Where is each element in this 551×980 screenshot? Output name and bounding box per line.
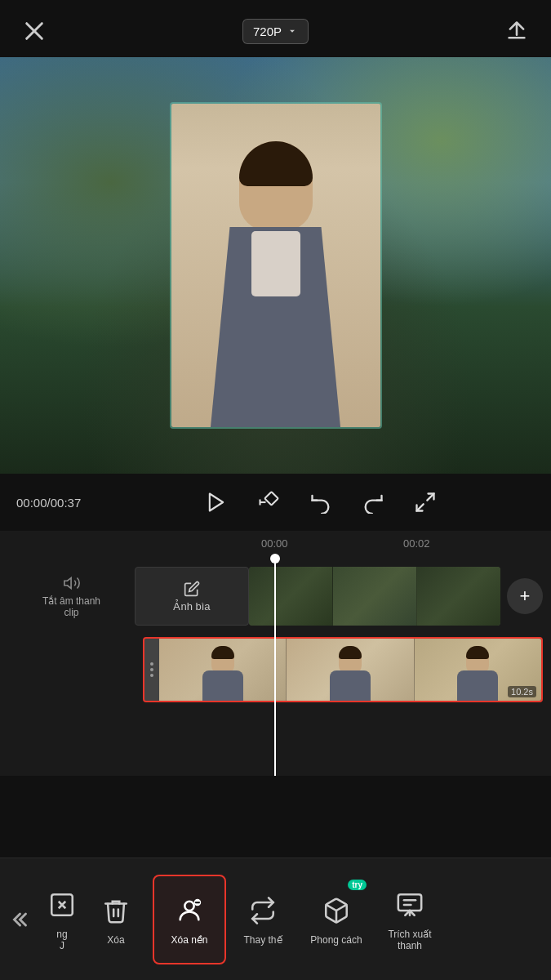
toolbar-item-remove-bg[interactable]: Xóa nền (153, 875, 226, 964)
bottom-toolbar: ngJ Xóa Xóa nền (0, 858, 551, 980)
head (239, 141, 313, 231)
toolbar-item-delete[interactable]: Xóa (79, 875, 153, 964)
handle-dots (150, 662, 153, 677)
track-content: Ảnh bìa + (135, 564, 543, 629)
remove-bg-label: Xóa nền (171, 934, 207, 946)
playhead-indicator (270, 554, 280, 564)
timestamp-0: 00:00 (261, 537, 288, 550)
shirt (251, 231, 300, 296)
clip-handle-left[interactable] (144, 639, 159, 701)
track-label-area: Tắt âm thanhclip (8, 574, 135, 618)
cover-clip-label: Ảnh bìa (173, 600, 210, 612)
track-label: Tắt âm thanhclip (42, 595, 100, 618)
playhead (274, 555, 276, 776)
export-button[interactable] (500, 15, 533, 47)
replace-icon (246, 893, 280, 928)
film-frame (417, 567, 500, 626)
person-remove-icon (172, 893, 207, 928)
style-label: Phong cách (310, 934, 362, 946)
timestamp-2: 00:02 (403, 537, 430, 550)
current-time: 00:00 (16, 496, 47, 510)
time-display: 00:00/00:37 (16, 496, 106, 510)
svg-rect-14 (398, 894, 421, 911)
person-figure (194, 117, 358, 427)
delete-label: Xóa (107, 934, 124, 946)
extract-label: Trích xuấtthanh (388, 929, 431, 951)
undo-button[interactable] (306, 488, 335, 517)
portrait-frames: 10.2s (159, 639, 541, 701)
portrait-thumb-1 (159, 639, 287, 701)
toolbar-item-replace[interactable]: Thay thế (226, 875, 300, 964)
collapse-button[interactable] (0, 897, 45, 942)
film-frame (333, 567, 417, 626)
toolbar-item-style[interactable]: try Phong cách (300, 875, 373, 964)
trash-icon (99, 893, 133, 928)
clip-duration: 10.2s (508, 686, 536, 697)
track-area: Tắt âm thanhclip Ảnh bìa + (0, 555, 551, 776)
play-button[interactable] (202, 488, 231, 517)
resolution-button[interactable]: 720P (242, 19, 309, 44)
extract-icon (393, 888, 427, 922)
controls-bar: 00:00/00:37 (0, 474, 551, 531)
add-clip-button[interactable]: + (507, 578, 543, 614)
portrait-thumb-2 (287, 639, 414, 701)
toolbar-item-extract[interactable]: Trích xuấtthanh (373, 875, 447, 964)
redo-button[interactable] (358, 488, 388, 517)
partial-icon (45, 888, 79, 922)
try-badge: try (348, 880, 367, 890)
keyframe-button[interactable] (254, 488, 283, 517)
portrait-track[interactable]: 10.2s (143, 637, 543, 702)
svg-point-10 (184, 901, 193, 910)
svg-line-7 (416, 504, 423, 510)
timeline-area: 00:00 00:02 Tắt âm thanhclip (0, 531, 551, 776)
portrait-thumb-3: 10.2s (415, 639, 541, 701)
hair (239, 141, 313, 186)
header: 720P (0, 0, 551, 56)
svg-marker-2 (209, 494, 222, 511)
edit-icon (184, 581, 200, 597)
fullscreen-button[interactable] (411, 488, 440, 517)
film-frame (249, 567, 333, 626)
partial-label: ngJ (56, 929, 67, 951)
svg-rect-3 (264, 492, 278, 505)
toolbar-item-partial[interactable]: ngJ (45, 875, 79, 964)
resolution-label: 720P (253, 24, 282, 38)
playback-controls (106, 488, 535, 517)
total-time: 00:37 (51, 496, 82, 510)
svg-line-6 (427, 494, 433, 501)
close-button[interactable] (18, 15, 51, 47)
cube-icon (319, 893, 353, 928)
timeline-timestamps: 00:00 00:02 (0, 531, 551, 555)
video-filmstrip[interactable] (249, 567, 500, 626)
cover-clip[interactable]: Ảnh bìa (135, 567, 249, 626)
svg-marker-8 (64, 578, 70, 589)
audio-icon (63, 574, 81, 592)
replace-label: Thay thế (243, 934, 282, 946)
preview-area (0, 57, 551, 474)
portrait-inner (171, 104, 380, 427)
portrait-frame (170, 102, 382, 429)
